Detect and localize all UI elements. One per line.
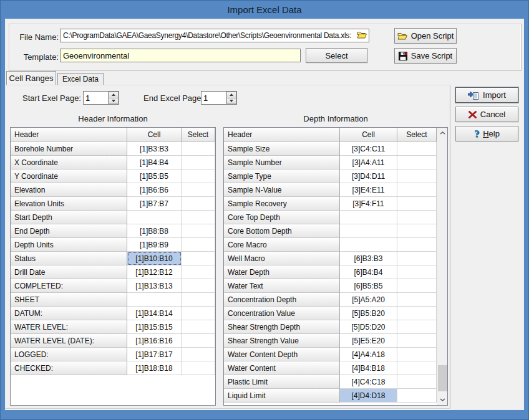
select-cell[interactable]: [182, 307, 215, 320]
select-cell[interactable]: [397, 361, 437, 375]
cell-range-cell[interactable]: [4]A4:A18: [340, 348, 397, 361]
cell-range-cell[interactable]: [5]D5:D20: [340, 320, 397, 334]
scroll-down-button[interactable]: [437, 394, 448, 405]
cell-range-cell[interactable]: [1]B8:B8: [127, 224, 182, 238]
select-cell[interactable]: [182, 183, 215, 197]
cell-range-cell[interactable]: [127, 211, 182, 224]
select-cell[interactable]: [397, 375, 437, 389]
cell-range-cell[interactable]: [3]F4:F11: [340, 197, 397, 211]
browse-file-icon[interactable]: [357, 31, 367, 39]
select-cell[interactable]: [182, 156, 215, 169]
end-page-up-button[interactable]: [226, 92, 236, 98]
file-name-input[interactable]: [60, 29, 369, 42]
select-cell[interactable]: [397, 320, 437, 334]
save-script-button[interactable]: Save Script: [394, 48, 457, 64]
cell-range-cell[interactable]: [1]B7:B7: [127, 197, 182, 211]
select-cell[interactable]: [182, 361, 215, 375]
select-cell[interactable]: [397, 334, 437, 348]
select-cell[interactable]: [397, 265, 437, 279]
table-row: DATUM:[1]B14:B14: [11, 307, 215, 320]
select-cell[interactable]: [182, 142, 215, 156]
cell-range-cell[interactable]: [1]B3:B3: [127, 142, 182, 156]
cell-range-cell[interactable]: [3]C4:C11: [340, 142, 397, 156]
cell-range-cell[interactable]: [6]B4:B4: [340, 265, 397, 279]
select-cell[interactable]: [397, 183, 437, 197]
tab-excel-data[interactable]: Excel Data: [57, 73, 104, 85]
cell-range-cell[interactable]: [1]B9:B9: [127, 238, 182, 252]
cell-range-cell[interactable]: [1]B15:B15: [127, 320, 182, 334]
cell-range-cell[interactable]: [1]B16:B16: [127, 334, 182, 348]
row-header-cell: Sample Recovery: [224, 197, 340, 211]
help-button[interactable]: ? Help: [455, 126, 518, 141]
end-page-down-button[interactable]: [226, 98, 236, 105]
select-cell[interactable]: [397, 224, 437, 238]
select-cell[interactable]: [397, 389, 437, 403]
cell-range-cell[interactable]: [340, 211, 397, 224]
select-cell[interactable]: [397, 307, 437, 320]
select-cell[interactable]: [397, 252, 437, 265]
select-cell[interactable]: [397, 348, 437, 361]
select-cell[interactable]: [182, 211, 215, 224]
select-cell[interactable]: [397, 169, 437, 183]
cell-range-cell[interactable]: [340, 238, 397, 252]
cell-range-cell[interactable]: [340, 224, 397, 238]
select-cell[interactable]: [182, 169, 215, 183]
cell-range-cell[interactable]: [1]B14:B14: [127, 307, 182, 320]
floppy-disk-icon: [399, 52, 407, 60]
cell-range-cell[interactable]: [3]A4:A11: [340, 156, 397, 169]
tab-cell-ranges[interactable]: Cell Ranges: [6, 71, 56, 85]
cell-range-cell[interactable]: [1]B18:B18: [127, 361, 182, 375]
table-row: Sample N-Value[3]E4:E11: [224, 183, 437, 197]
select-cell[interactable]: [397, 156, 437, 169]
select-template-button[interactable]: Select: [306, 48, 367, 63]
cancel-button[interactable]: Cancel: [455, 107, 518, 122]
cell-range-cell[interactable]: [4]C4:C18: [340, 375, 397, 389]
start-page-input[interactable]: [84, 92, 108, 104]
select-cell[interactable]: [397, 293, 437, 307]
scrollbar-thumb[interactable]: [438, 365, 447, 391]
select-cell[interactable]: [397, 197, 437, 211]
select-cell[interactable]: [397, 238, 437, 252]
select-cell[interactable]: [182, 320, 215, 334]
select-cell[interactable]: [182, 238, 215, 252]
cell-range-cell[interactable]: [1]B13:B13: [127, 279, 182, 293]
select-cell[interactable]: [397, 279, 437, 293]
cell-range-cell[interactable]: [4]B4:B18: [340, 361, 397, 375]
cell-range-cell[interactable]: [3]E4:E11: [340, 183, 397, 197]
cell-range-cell[interactable]: [5]B5:B20: [340, 307, 397, 320]
cell-range-cell[interactable]: [1]B17:B17: [127, 348, 182, 361]
select-cell[interactable]: [182, 279, 215, 293]
select-cell[interactable]: [182, 293, 215, 307]
cell-range-cell[interactable]: [1]B6:B6: [127, 183, 182, 197]
open-script-button[interactable]: Open Script: [394, 28, 457, 44]
end-page-input[interactable]: [201, 92, 226, 104]
cell-range-cell[interactable]: [1]B4:B4: [127, 156, 182, 169]
cell-range-cell[interactable]: [5]A5:A20: [340, 293, 397, 307]
row-header-cell: Concentration Depth: [224, 293, 340, 307]
cell-range-cell[interactable]: [1]B5:B5: [127, 169, 182, 183]
select-cell[interactable]: [182, 224, 215, 238]
title-bar[interactable]: Import Excel Data: [0, 0, 529, 19]
template-input[interactable]: [60, 49, 301, 62]
cell-range-cell[interactable]: [6]B5:B5: [340, 279, 397, 293]
import-button[interactable]: Import: [455, 87, 518, 103]
cell-range-cell[interactable]: [6]B3:B3: [340, 252, 397, 265]
start-page-down-button[interactable]: [109, 98, 119, 105]
cell-range-cell[interactable]: [1]B10:B10: [127, 252, 182, 265]
start-page-up-button[interactable]: [109, 92, 119, 98]
cell-range-cell[interactable]: [3]D4:D11: [340, 169, 397, 183]
select-cell[interactable]: [397, 211, 437, 224]
select-cell[interactable]: [182, 252, 215, 265]
scroll-up-button[interactable]: [437, 128, 448, 138]
cell-range-cell[interactable]: [5]E5:E20: [340, 334, 397, 348]
table-row: Start Depth: [11, 211, 215, 224]
select-cell[interactable]: [397, 142, 437, 156]
select-cell[interactable]: [182, 197, 215, 211]
select-cell[interactable]: [182, 334, 215, 348]
select-cell[interactable]: [182, 348, 215, 361]
depth-table-scrollbar[interactable]: [437, 128, 447, 405]
cell-range-cell[interactable]: [4]D4:D18: [340, 389, 397, 403]
cell-range-cell[interactable]: [127, 293, 182, 307]
cell-range-cell[interactable]: [1]B12:B12: [127, 265, 182, 279]
select-cell[interactable]: [182, 265, 215, 279]
